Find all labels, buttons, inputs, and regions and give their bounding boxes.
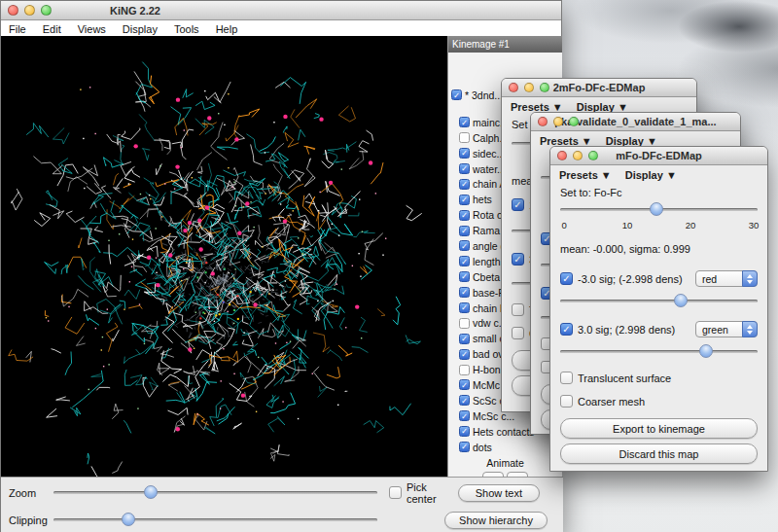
display-menu[interactable]: Display ▼: [625, 169, 677, 181]
king-titlebar[interactable]: KiNG 2.22: [1, 1, 561, 20]
item-checkbox[interactable]: [459, 148, 470, 159]
menu-views[interactable]: Views: [78, 23, 106, 35]
item-checkbox[interactable]: [459, 195, 470, 205]
item-checkbox[interactable]: [459, 163, 470, 174]
neg-contour-checkbox[interactable]: [512, 198, 524, 211]
edmap-mfo-titlebar[interactable]: mFo-DFc-EDMap: [550, 147, 767, 165]
export-to-kinemage-button[interactable]: Export to kinemage: [560, 418, 758, 439]
show-hierarchy-button[interactable]: Show hierarchy: [444, 512, 548, 529]
item-checkbox[interactable]: [459, 334, 470, 344]
zoom-button[interactable]: [569, 117, 579, 126]
kinemage-root-checkbox[interactable]: [451, 89, 462, 100]
neg-contour-color-select[interactable]: red: [695, 270, 758, 287]
clipping-slider[interactable]: [53, 513, 377, 527]
neg-contour-slider[interactable]: [560, 294, 758, 308]
menu-help[interactable]: Help: [216, 23, 238, 35]
coarser-checkbox[interactable]: [560, 395, 573, 408]
coarser-checkbox[interactable]: [512, 327, 524, 339]
level-slider-thumb[interactable]: [650, 202, 663, 216]
item-checkbox[interactable]: [459, 256, 470, 266]
item-checkbox[interactable]: [459, 117, 470, 127]
popup-arrows-icon: [742, 321, 758, 337]
close-button[interactable]: [509, 83, 518, 92]
item-checkbox[interactable]: [459, 318, 470, 329]
tick-0: 0: [561, 220, 566, 231]
menu-file[interactable]: File: [9, 23, 26, 35]
zoom-slider-track[interactable]: [53, 491, 377, 494]
pos-contour-color-select[interactable]: green: [695, 321, 758, 337]
viewer-controls-bar: Zoom Pick center Show text Clipping Show…: [1, 477, 563, 532]
close-button[interactable]: [538, 117, 548, 126]
minimize-button[interactable]: [24, 5, 35, 16]
item-checkbox[interactable]: [459, 287, 470, 298]
kinemage-panel-header: Kinemage #1: [448, 36, 562, 53]
pick-center-label: Pick center: [407, 481, 458, 505]
item-checkbox[interactable]: [459, 349, 470, 360]
clipping-slider-thumb[interactable]: [122, 513, 135, 526]
minimize-button[interactable]: [553, 117, 563, 126]
item-checkbox[interactable]: [459, 179, 470, 190]
menu-tools[interactable]: Tools: [174, 23, 199, 35]
item-label: dots: [473, 442, 492, 453]
king-window: KiNG 2.22 File Edit Views Display Tools …: [0, 0, 562, 532]
pka-titlebar[interactable]: pka-validate_0_validate_1_ma...: [531, 113, 740, 131]
menu-display[interactable]: Display: [123, 23, 158, 35]
discard-map-button[interactable]: Discard this map: [560, 443, 758, 464]
pos-contour-checkbox[interactable]: [560, 323, 573, 336]
item-checkbox[interactable]: [459, 365, 470, 375]
item-checkbox[interactable]: [459, 426, 470, 437]
coarser-row: Coarser mesh: [560, 395, 758, 408]
edmap-2mfo-titlebar[interactable]: 2mFo-DFc-EDMap: [502, 79, 696, 97]
pos-contour-slider[interactable]: [560, 344, 758, 359]
item-checkbox[interactable]: [459, 132, 470, 143]
zoom-button[interactable]: [588, 151, 598, 160]
presets-menu[interactable]: Presets ▼: [559, 169, 612, 181]
close-button[interactable]: [8, 5, 18, 16]
window-controls: [8, 5, 52, 16]
item-checkbox[interactable]: [459, 442, 470, 452]
neg-slider-thumb[interactable]: [674, 294, 688, 307]
item-checkbox[interactable]: [459, 271, 470, 282]
neg-contour-row: -3.0 sig; (-2.998 dens) red: [560, 270, 758, 287]
zoom-button[interactable]: [540, 83, 549, 92]
item-checkbox[interactable]: [459, 302, 470, 313]
translucent-checkbox[interactable]: [512, 303, 524, 316]
tick-10: 10: [622, 220, 633, 231]
kinemage-root-label: * 3dnd...: [465, 89, 503, 101]
window-title: KiNG 2.22: [110, 5, 160, 17]
neg-contour-label: -3.0 sig; (-2.998 dens): [578, 273, 683, 285]
item-checkbox[interactable]: [459, 210, 470, 221]
molecule-canvas[interactable]: [1, 36, 447, 477]
translucent-row: Translucent surface: [560, 372, 758, 384]
item-checkbox[interactable]: [459, 410, 470, 421]
neg-contour-checkbox[interactable]: [560, 272, 573, 285]
kinemage-item-row[interactable]: dots: [459, 440, 562, 455]
close-button[interactable]: [557, 151, 567, 160]
pos-contour-row: 3.0 sig; (2.998 dens) green: [560, 321, 758, 337]
zoom-slider[interactable]: [53, 485, 377, 500]
item-checkbox[interactable]: [459, 240, 470, 251]
clipping-slider-track[interactable]: [53, 518, 377, 521]
pos-contour-checkbox[interactable]: [512, 253, 524, 266]
window-title: pka-validate_0_validate_1_ma...: [554, 116, 716, 127]
zoom-label: Zoom: [9, 487, 53, 499]
level-slider[interactable]: [560, 202, 758, 217]
pos-slider-thumb[interactable]: [699, 344, 713, 358]
window-title: mFo-DFc-EDMap: [616, 150, 702, 161]
item-label: hets: [473, 194, 492, 205]
menu-edit[interactable]: Edit: [43, 23, 61, 35]
desktop: { "main_window": { "title": "KiNG 2.22",…: [0, 0, 778, 532]
zoom-slider-thumb[interactable]: [144, 485, 158, 499]
minimize-button[interactable]: [573, 151, 583, 160]
item-checkbox[interactable]: [459, 395, 470, 406]
tick-30: 30: [749, 220, 760, 231]
pos-color-value: green: [702, 324, 728, 336]
minimize-button[interactable]: [524, 83, 534, 92]
translucent-checkbox[interactable]: [560, 372, 573, 384]
pick-center-checkbox[interactable]: [389, 486, 402, 499]
zoom-button[interactable]: [41, 5, 52, 16]
item-checkbox[interactable]: [459, 226, 470, 236]
show-text-button[interactable]: Show text: [458, 484, 540, 502]
edmap-mfo-window: mFo-DFc-EDMap Presets ▼ Display ▼ Set to…: [549, 146, 768, 472]
item-checkbox[interactable]: [459, 379, 470, 390]
